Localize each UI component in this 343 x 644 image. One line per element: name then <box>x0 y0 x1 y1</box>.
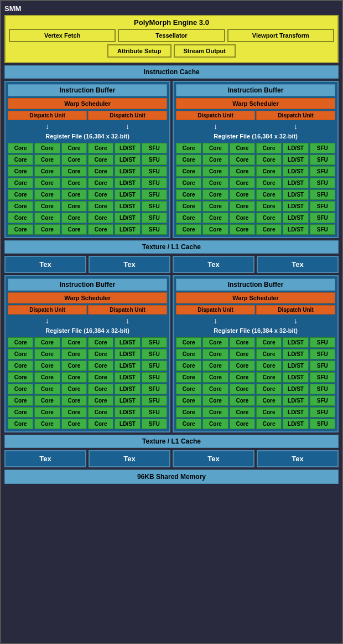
core-cell: Core <box>256 224 282 235</box>
core-cell: Core <box>88 349 113 359</box>
sfu-cell: SFU <box>142 384 167 394</box>
core-cell: Core <box>61 201 87 212</box>
core-cell: Core <box>176 349 201 359</box>
instruction-cache-bar: Instruction Cache <box>4 65 339 79</box>
core-cell: Core <box>34 154 60 165</box>
core-cell: Core <box>202 407 228 418</box>
right-bottom-row-5: Core Core Core Core LD/ST SFU <box>176 384 335 394</box>
ldst-cell: LD/ST <box>115 166 140 177</box>
core-cell: Core <box>34 178 60 188</box>
sfu-cell: SFU <box>310 407 335 418</box>
right-cores-row-8-top: Core Core Core Core LD/ST SFU <box>176 224 335 235</box>
core-cell: Core <box>176 337 201 348</box>
left-dispatch-unit-top-2: Dispatch Unit <box>88 111 167 120</box>
left-bottom-row-5: Core Core Core Core LD/ST SFU <box>8 384 167 394</box>
ldst-cell: LD/ST <box>115 143 140 153</box>
left-arrows-top: ↓ ↓ <box>8 122 167 131</box>
sfu-cell: SFU <box>142 407 167 418</box>
core-cell: Core <box>256 372 282 383</box>
core-cell: Core <box>176 407 201 418</box>
core-cell: Core <box>176 395 201 406</box>
core-cell: Core <box>230 349 255 359</box>
left-arrow1-bottom: ↓ <box>45 316 49 325</box>
core-cell: Core <box>61 360 87 371</box>
left-bottom-row-2: Core Core Core Core LD/ST SFU <box>8 349 167 359</box>
core-cell: Core <box>256 419 282 429</box>
sfu-cell: SFU <box>142 213 167 223</box>
ldst-cell: LD/ST <box>115 419 140 429</box>
core-cell: Core <box>34 349 60 359</box>
core-cell: Core <box>230 360 255 371</box>
top-two-col: Instruction Buffer Warp Scheduler Dispat… <box>4 81 339 238</box>
core-cell: Core <box>61 349 87 359</box>
left-sub-unit-top: Instruction Buffer Warp Scheduler Dispat… <box>4 81 170 238</box>
sfu-cell: SFU <box>142 349 167 359</box>
attribute-setup-button: Attribute Setup <box>107 44 171 58</box>
tex-row-bottom: Tex Tex Tex Tex <box>4 450 339 467</box>
right-dispatch-row-bottom: Dispatch Unit Dispatch Unit <box>176 305 335 315</box>
right-dispatch-row-top: Dispatch Unit Dispatch Unit <box>176 111 335 120</box>
tex-cell-top-1: Tex <box>4 256 86 273</box>
left-arrow2-top: ↓ <box>126 122 129 131</box>
texture-l1-bar-bottom: Texture / L1 Cache <box>4 435 339 448</box>
right-arrow2-top: ↓ <box>294 122 298 131</box>
core-cell: Core <box>88 166 113 177</box>
core-cell: Core <box>256 189 282 200</box>
tex-cell-top-4: Tex <box>257 256 339 273</box>
ldst-cell: LD/ST <box>115 407 140 418</box>
core-cell: Core <box>88 213 113 223</box>
ldst-cell: LD/ST <box>283 224 308 235</box>
right-cores-row-2-top: Core Core Core Core LD/ST SFU <box>176 154 335 165</box>
core-cell: Core <box>34 384 60 394</box>
left-sub-unit-bottom: Instruction Buffer Warp Scheduler Dispat… <box>4 275 170 432</box>
core-cell: Core <box>202 201 228 212</box>
right-bottom-row-6: Core Core Core Core LD/ST SFU <box>176 395 335 406</box>
right-cores-row-3-top: Core Core Core Core LD/ST SFU <box>176 166 335 177</box>
sfu-cell: SFU <box>310 419 335 429</box>
polymorph-engine: PolyMorph Engine 3.0 Vertex Fetch Tessel… <box>4 15 339 63</box>
shared-memory-bar: 96KB Shared Memory <box>4 470 339 484</box>
ldst-cell: LD/ST <box>115 349 140 359</box>
core-cell: Core <box>61 372 87 383</box>
left-cores-row-7-top: Core Core Core Core LD/ST SFU <box>8 213 167 223</box>
core-cell: Core <box>88 395 113 406</box>
right-dispatch-unit-top-2: Dispatch Unit <box>256 111 335 120</box>
core-cell: Core <box>34 407 60 418</box>
left-cores-row-3-top: Core Core Core Core LD/ST SFU <box>8 166 167 177</box>
right-sub-unit-top: Instruction Buffer Warp Scheduler Dispat… <box>173 81 339 238</box>
core-cell: Core <box>8 372 33 383</box>
right-arrow1-top: ↓ <box>214 122 217 131</box>
core-cell: Core <box>61 166 87 177</box>
right-warp-scheduler-bottom: Warp Scheduler <box>176 292 335 303</box>
right-bottom-row-3: Core Core Core Core LD/ST SFU <box>176 360 335 371</box>
smm-container: SMM PolyMorph Engine 3.0 Vertex Fetch Te… <box>0 0 343 644</box>
left-bottom-row-4: Core Core Core Core LD/ST SFU <box>8 372 167 383</box>
core-cell: Core <box>61 154 87 165</box>
core-cell: Core <box>34 395 60 406</box>
core-cell: Core <box>88 143 113 153</box>
ldst-cell: LD/ST <box>283 143 308 153</box>
sfu-cell: SFU <box>142 360 167 371</box>
core-cell: Core <box>8 189 33 200</box>
core-cell: Core <box>88 178 113 188</box>
sfu-cell: SFU <box>142 154 167 165</box>
core-cell: Core <box>230 166 255 177</box>
sfu-cell: SFU <box>310 189 335 200</box>
sfu-cell: SFU <box>142 143 167 153</box>
core-cell: Core <box>61 384 87 394</box>
right-cores-row-1-top: Core Core Core Core LD/ST SFU <box>176 143 335 153</box>
sfu-cell: SFU <box>142 419 167 429</box>
left-bottom-row-7: Core Core Core Core LD/ST SFU <box>8 407 167 418</box>
core-cell: Core <box>61 189 87 200</box>
core-cell: Core <box>88 384 113 394</box>
left-instruction-buffer-bottom: Instruction Buffer <box>8 279 167 291</box>
ldst-cell: LD/ST <box>283 419 308 429</box>
left-cores-grid-bottom: Core Core Core Core LD/ST SFU Core Core … <box>8 337 167 429</box>
sfu-cell: SFU <box>310 395 335 406</box>
right-arrows-top: ↓ ↓ <box>176 122 335 131</box>
core-cell: Core <box>230 154 255 165</box>
tex-row-top: Tex Tex Tex Tex <box>4 256 339 273</box>
sfu-cell: SFU <box>142 372 167 383</box>
core-cell: Core <box>176 166 201 177</box>
ldst-cell: LD/ST <box>283 395 308 406</box>
